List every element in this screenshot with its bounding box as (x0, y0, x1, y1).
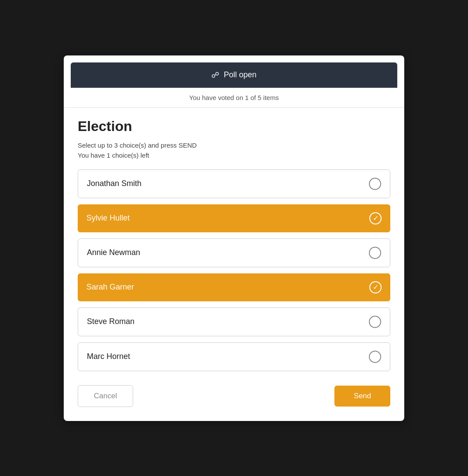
radio-circle-steve-roman (369, 316, 381, 328)
choice-label: Marc Hornet (87, 352, 130, 361)
poll-header: ☍ Poll open (71, 62, 397, 88)
choice-label: Sylvie Hullet (86, 214, 130, 223)
choice-label: Steve Roman (87, 317, 134, 326)
choice-label: Annie Newman (87, 248, 140, 257)
choice-item-sarah-garner[interactable]: Sarah Garner ✓ (78, 273, 390, 301)
poll-content: Election Select up to 3 choice(s) and pr… (64, 108, 404, 421)
instruction-text: Select up to 3 choice(s) and press SEND (78, 141, 390, 149)
choice-item-annie-newman[interactable]: Annie Newman (78, 238, 390, 267)
radio-circle-marc-hornet (369, 351, 381, 363)
radio-check-sylvie-hullet: ✓ (369, 212, 382, 224)
cancel-button[interactable]: Cancel (78, 385, 133, 407)
checkmark-icon: ✓ (373, 215, 379, 222)
choice-item-marc-hornet[interactable]: Marc Hornet (78, 342, 390, 371)
radio-circle-annie-newman (369, 247, 381, 259)
radio-circle-jonathan-smith (369, 178, 381, 190)
choice-label: Sarah Garner (86, 283, 134, 292)
poll-icon: ☍ (211, 70, 219, 80)
poll-subheader: You have voted on 1 of 5 items (64, 88, 404, 108)
action-buttons: Cancel Send (78, 385, 390, 407)
checkmark-icon: ✓ (373, 284, 379, 291)
choice-item-sylvie-hullet[interactable]: Sylvie Hullet ✓ (78, 204, 390, 232)
election-title: Election (78, 118, 390, 135)
poll-modal: ☍ Poll open You have voted on 1 of 5 ite… (64, 55, 404, 421)
choice-item-jonathan-smith[interactable]: Jonathan Smith (78, 169, 390, 198)
choice-item-steve-roman[interactable]: Steve Roman (78, 307, 390, 336)
choice-label: Jonathan Smith (87, 179, 141, 188)
send-button[interactable]: Send (334, 386, 390, 407)
voted-status: You have voted on 1 of 5 items (189, 94, 279, 101)
poll-title: Poll open (224, 70, 256, 79)
choices-left: You have 1 choice(s) left (78, 152, 390, 159)
choice-list: Jonathan Smith Sylvie Hullet ✓ Annie New… (78, 169, 390, 371)
radio-check-sarah-garner: ✓ (369, 281, 382, 293)
